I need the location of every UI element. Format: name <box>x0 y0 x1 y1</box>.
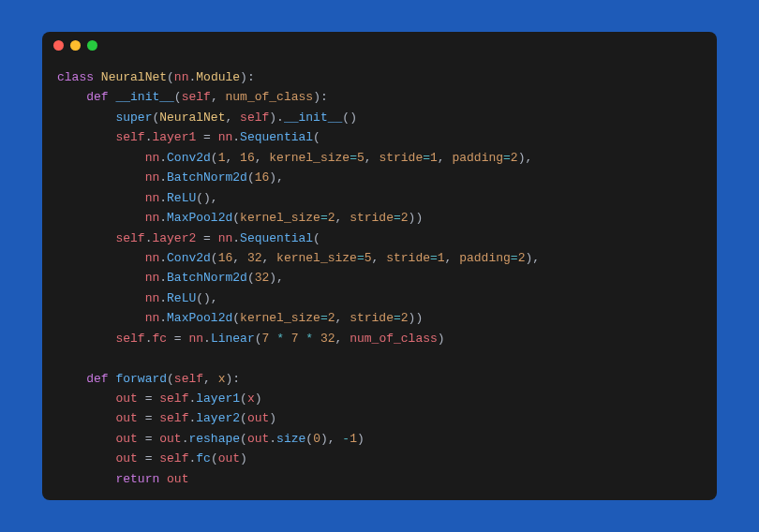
keyword-def: def <box>86 90 108 104</box>
class-name: NeuralNet <box>101 70 167 84</box>
method-forward: forward <box>115 372 167 386</box>
keyword-def: def <box>86 372 108 386</box>
code-window: class NeuralNet(nn.Module): def __init__… <box>42 32 717 500</box>
close-icon[interactable] <box>53 40 64 51</box>
keyword-return: return <box>115 472 159 486</box>
minimize-icon[interactable] <box>70 40 81 51</box>
method-init: __init__ <box>115 90 173 104</box>
code-content: class NeuralNet(nn.Module): def __init__… <box>42 58 717 500</box>
window-titlebar <box>42 32 717 58</box>
keyword-class: class <box>57 70 94 84</box>
maximize-icon[interactable] <box>87 40 97 51</box>
